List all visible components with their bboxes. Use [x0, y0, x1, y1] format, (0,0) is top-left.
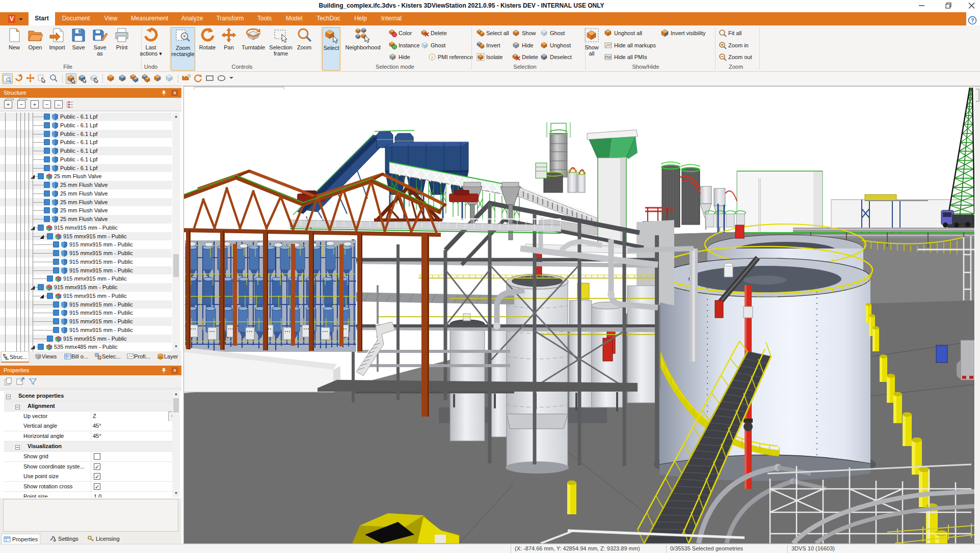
svg-text:?: ?: [971, 17, 974, 23]
svg-text:PMI: PMI: [605, 56, 612, 59]
svg-text:i: i: [432, 55, 433, 60]
